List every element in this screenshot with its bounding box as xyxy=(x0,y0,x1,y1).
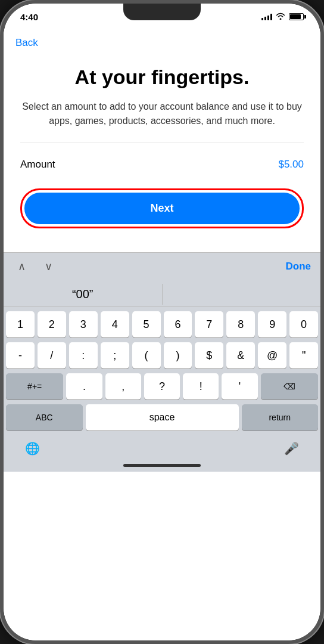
signal-bars-icon xyxy=(261,13,272,20)
notch xyxy=(123,4,201,20)
key-0[interactable]: 0 xyxy=(289,311,318,338)
key-8[interactable]: 8 xyxy=(226,311,255,338)
key-row-numbers: 1 2 3 4 5 6 7 8 9 0 xyxy=(6,311,318,338)
picker-row: “00” xyxy=(4,280,320,306)
key-period[interactable]: . xyxy=(66,373,102,400)
key-question[interactable]: ? xyxy=(144,373,180,400)
next-button-wrapper: Next xyxy=(20,188,304,228)
home-indicator xyxy=(123,464,201,467)
back-button[interactable]: Back xyxy=(15,37,38,49)
key-abc[interactable]: ABC xyxy=(6,404,83,431)
key-slash[interactable]: / xyxy=(38,342,66,369)
status-time: 4:40 xyxy=(20,12,38,22)
key-space[interactable]: space xyxy=(86,404,239,431)
key-3[interactable]: 3 xyxy=(69,311,98,338)
picker-down-button[interactable]: ∨ xyxy=(40,258,57,275)
globe-icon[interactable]: 🌐 xyxy=(25,441,40,456)
picker-toolbar: ∧ ∨ Done xyxy=(4,252,320,280)
key-colon[interactable]: : xyxy=(69,342,98,369)
key-row-bottom: ABC space return xyxy=(6,404,318,431)
phone-frame: 4:40 xyxy=(0,0,324,644)
key-9[interactable]: 9 xyxy=(258,311,286,338)
subtitle: Select an amount to add to your account … xyxy=(20,100,304,128)
picker-nav: ∧ ∨ xyxy=(13,258,57,275)
key-4[interactable]: 4 xyxy=(101,311,129,338)
battery-icon xyxy=(289,13,304,20)
status-icons xyxy=(261,13,304,21)
picker-done-button[interactable]: Done xyxy=(286,261,311,273)
divider xyxy=(20,143,304,143)
key-5[interactable]: 5 xyxy=(132,311,161,338)
key-hashplusEquals[interactable]: #+= xyxy=(6,373,63,400)
next-button[interactable]: Next xyxy=(24,193,300,224)
key-row-symbols: - / : ; ( ) $ & @ " xyxy=(6,342,318,369)
key-delete[interactable]: ⌫ xyxy=(261,373,318,400)
picker-cell-1[interactable]: “00” xyxy=(4,284,163,305)
nav-bar: Back xyxy=(4,30,320,54)
key-7[interactable]: 7 xyxy=(195,311,223,338)
key-6[interactable]: 6 xyxy=(164,311,192,338)
bottom-indicator-bar xyxy=(4,462,320,472)
key-ampersand[interactable]: & xyxy=(226,342,255,369)
main-content: At your fingertips. Select an amount to … xyxy=(4,54,320,252)
key-at[interactable]: @ xyxy=(258,342,286,369)
keyboard: 1 2 3 4 5 6 7 8 9 0 - / : ; ( xyxy=(4,306,320,438)
key-exclamation[interactable]: ! xyxy=(183,373,219,400)
app-content: Back At your fingertips. Select an amoun… xyxy=(4,30,320,640)
picker-cell-2[interactable] xyxy=(163,291,321,298)
key-row-special: #+= . , ? ! ' ⌫ xyxy=(6,373,318,400)
headline: At your fingertips. xyxy=(20,66,304,89)
key-semicolon[interactable]: ; xyxy=(101,342,129,369)
wifi-icon xyxy=(276,13,285,21)
phone-inner: 4:40 xyxy=(4,4,320,640)
amount-value: $5.00 xyxy=(278,159,304,171)
amount-row: Amount $5.00 xyxy=(20,153,304,177)
bottom-bar: 🌐 🎤 xyxy=(4,438,320,462)
key-1[interactable]: 1 xyxy=(6,311,35,338)
key-comma[interactable]: , xyxy=(105,373,141,400)
microphone-icon[interactable]: 🎤 xyxy=(284,441,299,456)
key-hyphen[interactable]: - xyxy=(6,342,35,369)
key-close-paren[interactable]: ) xyxy=(164,342,192,369)
key-return[interactable]: return xyxy=(242,404,319,431)
key-quote[interactable]: " xyxy=(289,342,318,369)
amount-label: Amount xyxy=(20,159,55,171)
key-apostrophe[interactable]: ' xyxy=(222,373,257,400)
key-2[interactable]: 2 xyxy=(38,311,66,338)
picker-up-button[interactable]: ∧ xyxy=(13,258,30,275)
key-dollar[interactable]: $ xyxy=(195,342,223,369)
key-open-paren[interactable]: ( xyxy=(132,342,161,369)
